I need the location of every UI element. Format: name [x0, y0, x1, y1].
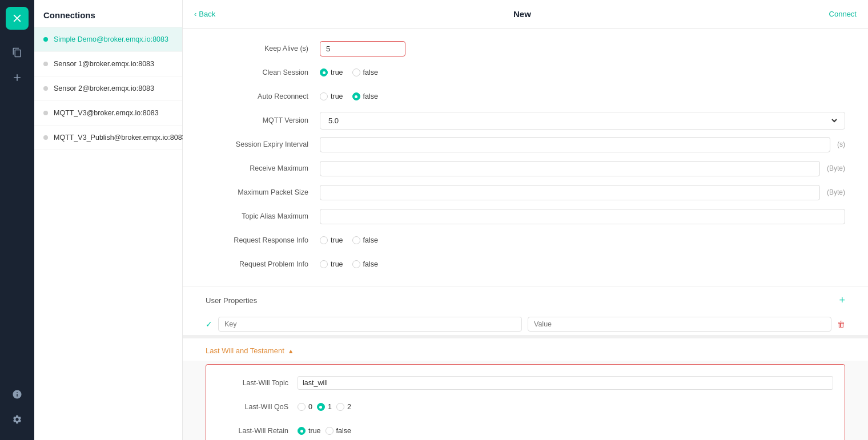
connection-item-sensor1[interactable]: Sensor 1@broker.emqx.io:8083 [34, 52, 182, 76]
last-will-title: Last Will and Testament [206, 346, 284, 355]
topic-alias-input[interactable] [320, 209, 845, 224]
sidebar-icons [0, 0, 34, 440]
mqtt-version-select-wrapper[interactable]: 5.0 3.1.1 3.1 [320, 112, 845, 130]
lw-retain-false-radio[interactable] [326, 427, 333, 435]
keep-alive-row: Keep Alive (s) [206, 38, 845, 59]
lw-qos-2-radio[interactable] [336, 403, 344, 411]
request-problem-false-radio[interactable] [352, 260, 360, 268]
connect-button[interactable]: Connect [829, 10, 857, 18]
keep-alive-input[interactable] [320, 41, 405, 56]
connections-panel: Connections Simple Demo@broker.emqx.io:8… [34, 0, 183, 440]
max-packet-input[interactable] [320, 185, 820, 200]
auto-reconnect-false-radio[interactable] [352, 92, 360, 100]
back-label: Back [199, 10, 215, 18]
request-response-false-label: false [363, 236, 378, 244]
app-logo[interactable] [6, 7, 29, 30]
lw-retain-true-radio[interactable] [298, 427, 306, 435]
max-packet-row: Maximum Packet Size (Byte) [206, 181, 845, 203]
connection-label: Sensor 1@broker.emqx.io:8083 [54, 60, 154, 68]
kv-value-input[interactable] [528, 317, 831, 332]
auto-reconnect-false-label: false [363, 92, 378, 100]
keep-alive-control [320, 41, 845, 56]
max-packet-control: (Byte) [320, 185, 845, 200]
clean-session-true-option[interactable]: true [320, 68, 343, 76]
request-response-false-radio[interactable] [352, 236, 360, 244]
auto-reconnect-true-option[interactable]: true [320, 92, 343, 100]
auto-reconnect-true-label: true [331, 92, 343, 100]
lw-retain-control: true false [298, 427, 833, 435]
connection-label: MQTT_V3_Publish@broker.emqx.io:8083 [54, 134, 186, 142]
connection-status-dot [43, 62, 48, 66]
auto-reconnect-control: true false [320, 92, 845, 100]
connection-item-sensor2[interactable]: Sensor 2@broker.emqx.io:8083 [34, 76, 182, 101]
connection-label: Simple Demo@broker.emqx.io:8083 [54, 35, 168, 43]
clean-session-control: true false [320, 68, 845, 76]
session-expiry-control: (s) [320, 137, 845, 152]
request-problem-false-option[interactable]: false [352, 260, 378, 268]
lw-qos-2-option[interactable]: 2 [336, 403, 351, 411]
clean-session-label: Clean Session [206, 68, 320, 76]
lw-retain-false-option[interactable]: false [326, 427, 351, 435]
auto-reconnect-false-option[interactable]: false [352, 92, 378, 100]
last-will-chevron-icon[interactable]: ▲ [288, 348, 294, 354]
request-response-false-option[interactable]: false [352, 236, 378, 244]
mqtt-version-select[interactable]: 5.0 3.1.1 3.1 [326, 116, 839, 126]
lw-retain-true-label: true [308, 427, 321, 435]
lw-retain-true-option[interactable]: true [298, 427, 321, 435]
kv-check-icon: ✓ [206, 320, 212, 329]
lw-retain-row: Last-Will Retain true false [218, 421, 833, 440]
lw-qos-control: 0 1 2 [298, 403, 833, 411]
add-icon-btn[interactable] [6, 66, 29, 89]
kv-delete-icon[interactable]: 🗑 [837, 320, 845, 329]
settings-icon-btn[interactable] [6, 408, 29, 431]
session-expiry-input[interactable] [320, 137, 830, 152]
session-expiry-label: Session Expiry Interval [206, 140, 320, 148]
request-problem-true-radio[interactable] [320, 260, 328, 268]
connection-item-simple-demo[interactable]: Simple Demo@broker.emqx.io:8083 [34, 27, 182, 52]
form-section-main: Keep Alive (s) Clean Session true false [183, 29, 868, 286]
copy-icon-btn[interactable] [6, 41, 29, 64]
chevron-left-icon: ‹ [194, 10, 196, 18]
info-icon-btn[interactable] [6, 383, 29, 406]
receive-max-row: Receive Maximum (Byte) [206, 158, 845, 179]
connection-status-dot [43, 111, 48, 115]
connection-item-mqtt-v3-pub[interactable]: MQTT_V3_Publish@broker.emqx.io:8083 [34, 126, 182, 150]
connection-label: MQTT_V3@broker.emqx.io:8083 [54, 109, 159, 117]
connection-status-dot [43, 135, 48, 140]
lw-qos-0-option[interactable]: 0 [298, 403, 312, 411]
lw-retain-label: Last-Will Retain [218, 427, 298, 435]
lw-qos-0-radio[interactable] [298, 403, 306, 411]
receive-max-control: (Byte) [320, 161, 845, 176]
lw-qos-1-option[interactable]: 1 [317, 403, 332, 411]
connection-item-mqtt-v3[interactable]: MQTT_V3@broker.emqx.io:8083 [34, 101, 182, 126]
clean-session-false-option[interactable]: false [352, 68, 378, 76]
request-problem-label: Request Problem Info [206, 260, 320, 268]
receive-max-unit: (Byte) [827, 164, 845, 172]
request-problem-false-label: false [363, 260, 378, 268]
clean-session-true-radio[interactable] [320, 68, 328, 76]
back-button[interactable]: ‹ Back [194, 10, 215, 18]
lw-retain-false-label: false [336, 427, 351, 435]
request-problem-control: true false [320, 260, 845, 268]
lw-qos-0-label: 0 [308, 403, 312, 411]
connection-label: Sensor 2@broker.emqx.io:8083 [54, 84, 154, 92]
topic-alias-control [320, 209, 845, 224]
connection-status-dot [43, 37, 48, 42]
mqtt-version-label: MQTT Version [206, 116, 320, 124]
clean-session-false-radio[interactable] [352, 68, 360, 76]
lw-qos-1-radio[interactable] [317, 403, 325, 411]
request-response-true-radio[interactable] [320, 236, 328, 244]
last-will-box: Last-Will Topic Last-Will QoS 0 1 [206, 364, 845, 440]
mqtt-version-control: 5.0 3.1.1 3.1 [320, 112, 845, 130]
request-response-label: Request Response Info [206, 236, 320, 244]
lw-topic-label: Last-Will Topic [218, 379, 298, 387]
request-response-control: true false [320, 236, 845, 244]
auto-reconnect-true-radio[interactable] [320, 92, 328, 100]
kv-key-input[interactable] [218, 317, 522, 332]
request-problem-true-option[interactable]: true [320, 260, 343, 268]
receive-max-input[interactable] [320, 161, 820, 176]
add-user-property-button[interactable]: + [839, 295, 845, 305]
lw-topic-input[interactable] [298, 376, 833, 390]
logo-icon [11, 12, 23, 25]
request-response-true-option[interactable]: true [320, 236, 343, 244]
